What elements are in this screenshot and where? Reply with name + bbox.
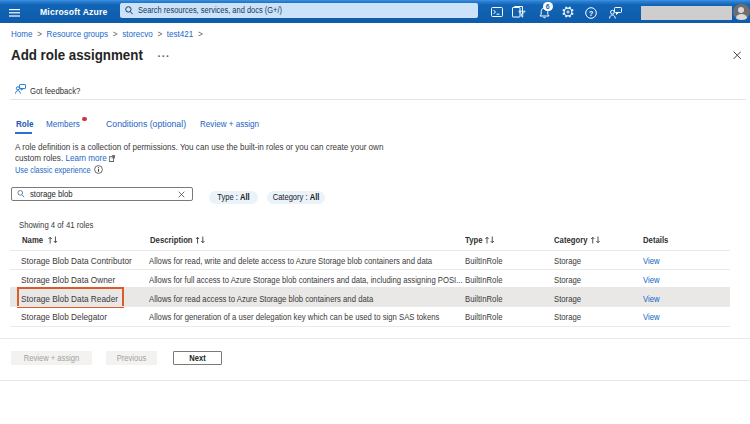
- svg-text:?: ?: [589, 8, 594, 17]
